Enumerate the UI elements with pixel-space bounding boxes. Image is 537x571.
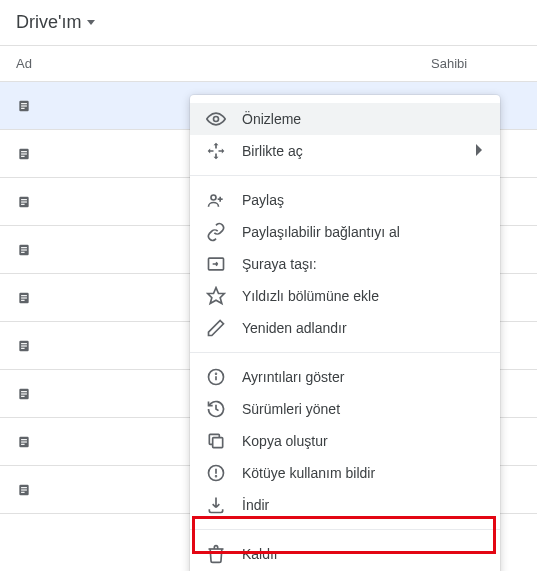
- svg-rect-27: [21, 395, 25, 396]
- menu-label: Önizleme: [242, 111, 484, 127]
- svg-rect-9: [21, 199, 27, 200]
- svg-rect-13: [21, 247, 27, 248]
- svg-rect-10: [21, 201, 27, 202]
- svg-rect-1: [21, 103, 27, 104]
- menu-rename[interactable]: Yeniden adlandır: [190, 312, 500, 344]
- menu-remove[interactable]: Kaldır: [190, 538, 500, 570]
- svg-rect-19: [21, 299, 25, 300]
- eye-icon: [206, 109, 226, 129]
- menu-share[interactable]: Paylaş: [190, 184, 500, 216]
- forms-icon: [16, 482, 32, 498]
- menu-label: Paylaşılabilir bağlantıyı al: [242, 224, 484, 240]
- menu-copy[interactable]: Kopya oluştur: [190, 425, 500, 457]
- table-header: Ad Sahibi: [0, 45, 537, 82]
- pencil-icon: [206, 318, 226, 338]
- star-icon: [206, 286, 226, 306]
- menu-separator: [190, 529, 500, 530]
- svg-rect-21: [21, 343, 27, 344]
- trash-icon: [206, 544, 226, 564]
- column-name[interactable]: Ad: [16, 56, 431, 71]
- svg-point-48: [216, 476, 217, 477]
- forms-icon: [16, 98, 32, 114]
- svg-rect-45: [213, 438, 223, 448]
- menu-label: Kopya oluştur: [242, 433, 484, 449]
- menu-details[interactable]: Ayrıntıları göster: [190, 361, 500, 393]
- menu-label: Birlikte aç: [242, 143, 476, 159]
- forms-icon: [16, 146, 32, 162]
- forms-icon: [16, 434, 32, 450]
- menu-label: Kaldır: [242, 546, 484, 562]
- history-icon: [206, 399, 226, 419]
- svg-marker-41: [208, 288, 225, 304]
- menu-separator: [190, 352, 500, 353]
- menu-label: İndir: [242, 497, 484, 513]
- svg-rect-29: [21, 439, 27, 440]
- svg-rect-23: [21, 347, 25, 348]
- move-icon: [206, 254, 226, 274]
- forms-icon: [16, 338, 32, 354]
- copy-icon: [206, 431, 226, 451]
- svg-rect-33: [21, 487, 27, 488]
- forms-icon: [16, 386, 32, 402]
- svg-rect-22: [21, 345, 27, 346]
- caret-down-icon: [87, 20, 95, 25]
- menu-separator: [190, 175, 500, 176]
- context-menu: Önizleme Birlikte aç Paylaş Paylaşılabil…: [190, 95, 500, 571]
- forms-icon: [16, 290, 32, 306]
- info-icon: [206, 367, 226, 387]
- menu-report[interactable]: Kötüye kullanım bildir: [190, 457, 500, 489]
- forms-icon: [16, 242, 32, 258]
- menu-versions[interactable]: Sürümleri yönet: [190, 393, 500, 425]
- svg-point-44: [216, 373, 217, 374]
- svg-rect-18: [21, 297, 27, 298]
- svg-rect-26: [21, 393, 27, 394]
- svg-rect-14: [21, 249, 27, 250]
- menu-get-link[interactable]: Paylaşılabilir bağlantıyı al: [190, 216, 500, 248]
- open-with-icon: [206, 141, 226, 161]
- menu-preview[interactable]: Önizleme: [190, 103, 500, 135]
- svg-rect-25: [21, 391, 27, 392]
- menu-open-with[interactable]: Birlikte aç: [190, 135, 500, 167]
- svg-rect-30: [21, 441, 27, 442]
- chevron-right-icon: [476, 143, 484, 159]
- svg-point-37: [211, 195, 216, 200]
- report-icon: [206, 463, 226, 483]
- svg-rect-31: [21, 443, 25, 444]
- svg-rect-17: [21, 295, 27, 296]
- link-icon: [206, 222, 226, 242]
- menu-label: Yıldızlı bölümüne ekle: [242, 288, 484, 304]
- share-icon: [206, 190, 226, 210]
- svg-rect-6: [21, 153, 27, 154]
- menu-star[interactable]: Yıldızlı bölümüne ekle: [190, 280, 500, 312]
- svg-rect-11: [21, 203, 25, 204]
- menu-label: Paylaş: [242, 192, 484, 208]
- breadcrumb-label: Drive'ım: [16, 12, 81, 33]
- menu-download[interactable]: İndir: [190, 489, 500, 521]
- svg-rect-34: [21, 489, 27, 490]
- menu-label: Sürümleri yönet: [242, 401, 484, 417]
- svg-rect-35: [21, 491, 25, 492]
- column-owner[interactable]: Sahibi: [431, 56, 521, 71]
- svg-rect-5: [21, 151, 27, 152]
- menu-label: Yeniden adlandır: [242, 320, 484, 336]
- menu-label: Şuraya taşı:: [242, 256, 484, 272]
- menu-label: Kötüye kullanım bildir: [242, 465, 484, 481]
- breadcrumb[interactable]: Drive'ım: [0, 0, 537, 45]
- forms-icon: [16, 194, 32, 210]
- svg-rect-2: [21, 105, 27, 106]
- menu-move-to[interactable]: Şuraya taşı:: [190, 248, 500, 280]
- svg-point-36: [214, 117, 219, 122]
- svg-rect-7: [21, 155, 25, 156]
- svg-rect-15: [21, 251, 25, 252]
- menu-label: Ayrıntıları göster: [242, 369, 484, 385]
- svg-rect-3: [21, 107, 25, 108]
- download-icon: [206, 495, 226, 515]
